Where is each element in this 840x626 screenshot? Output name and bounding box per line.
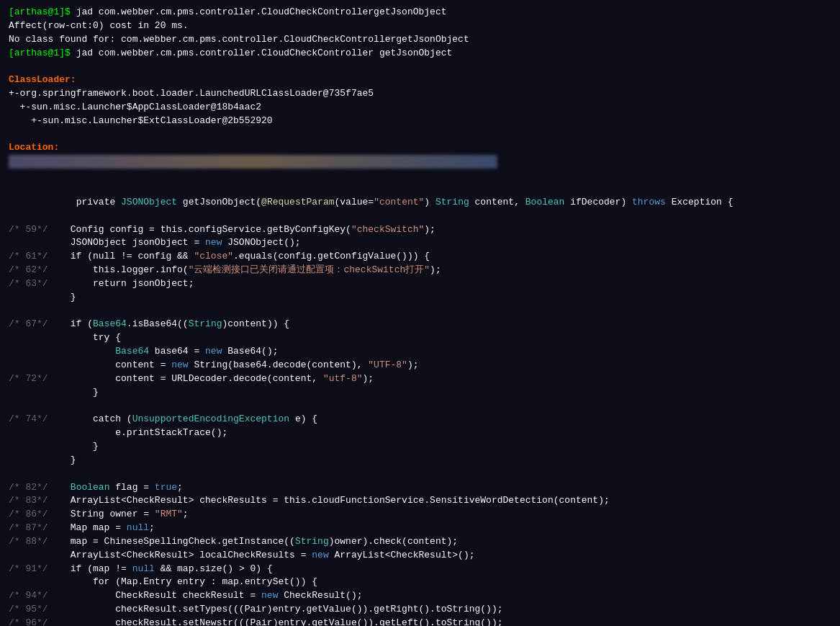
code-close-4: } (9, 454, 831, 468)
code-95: /* 95*/ checkResult.setTypes(((Pair)entr… (9, 603, 831, 617)
code-86: /* 86*/ String owner = "RMT"; (9, 508, 831, 522)
code-for: for (Map.Entry entry : map.entrySet()) { (9, 576, 831, 589)
code-94: /* 94*/ CheckResult checkResult = new Ch… (9, 589, 831, 603)
code-62: /* 62*/ this.logger.info("云端检测接口已关闭请通过配置… (9, 264, 831, 277)
location-header: Location: (9, 141, 831, 155)
classloader-header: ClassLoader: (9, 73, 831, 87)
code-close-3: } (9, 440, 831, 454)
terminal-window: [arthas@1]$ jad com.webber.cm.pms.contro… (0, 0, 840, 626)
line-blank-3 (9, 169, 831, 182)
line-4: [arthas@1]$ jad com.webber.cm.pms.contro… (9, 47, 831, 61)
code-59: /* 59*/ Config config = this.configServi… (9, 223, 831, 237)
line-blank-5 (9, 399, 831, 413)
classloader-3: +-sun.misc.Launcher$ExtClassLoader@2b552… (9, 115, 831, 128)
line-blank-2 (9, 128, 831, 142)
line-2: Affect(row-cnt:0) cost in 20 ms. (9, 19, 831, 33)
line-blank-6 (9, 468, 831, 481)
code-close-2: } (9, 386, 831, 400)
code-close-1: } (9, 291, 831, 305)
code-83: /* 83*/ ArrayList<CheckResult> checkResu… (9, 494, 831, 508)
code-74: /* 74*/ catch (UnsupportedEncodingExcept… (9, 413, 831, 426)
code-87: /* 87*/ Map map = null; (9, 522, 831, 535)
code-base64-2: content = new String(base64.decode(conte… (9, 359, 831, 372)
code-63: /* 63*/ return jsonObject; (9, 277, 831, 291)
code-67: /* 67*/ if (Base64.isBase64((String)cont… (9, 318, 831, 331)
code-61: /* 61*/ if (null != config && "close".eq… (9, 250, 831, 264)
code-96: /* 96*/ checkResult.setNewstr(((Pair)ent… (9, 617, 831, 626)
code-nonum-1: JSONObject jsonObject = new JSONObject()… (9, 236, 831, 250)
line-blank-1 (9, 60, 831, 73)
code-nonum-2: ArrayList<CheckResult> localCheckResults… (9, 549, 831, 563)
location-blurred: /opt/apps/webber-cloud/WEB-INF/classes/ … (9, 155, 831, 169)
code-base64-1: Base64 base64 = new Base64(); (9, 345, 831, 359)
code-82: /* 82*/ Boolean flag = true; (9, 481, 831, 495)
line-blank-4 (9, 305, 831, 318)
line-1: [arthas@1]$ jad com.webber.cm.pms.contro… (9, 6, 831, 19)
code-88: /* 88*/ map = ChineseSpellingCheck.getIn… (9, 535, 831, 549)
code-91: /* 91*/ if (map != null && map.size() > … (9, 563, 831, 576)
classloader-2: +-sun.misc.Launcher$AppClassLoader@18b4a… (9, 101, 831, 115)
code-try: try { (9, 331, 831, 345)
line-3: No class found for: com.webber.cm.pms.co… (9, 33, 831, 47)
code-72: /* 72*/ content = URLDecoder.decode(cont… (9, 372, 831, 386)
classloader-1: +-org.springframework.boot.loader.Launch… (9, 87, 831, 101)
code-method-sig: private JSONObject getJsonObject(@Reques… (9, 182, 831, 223)
code-print-stack: e.printStackTrace(); (9, 426, 831, 440)
